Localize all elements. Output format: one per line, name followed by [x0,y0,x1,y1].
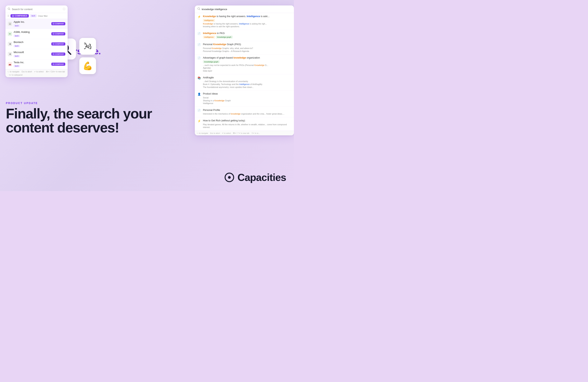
cloud-icon-card: 🌬 [79,38,96,55]
result-item-biontech[interactable]: 🖥 Biontech tech COMPANY [5,39,68,49]
result-item-apple[interactable]: 🖥 Apple Inc. tech COMPANY [5,19,68,29]
right-result-1-tags: intelligence [203,19,291,22]
right-search-row [195,5,294,13]
result-item-tesla[interactable]: 🚗 Tesla Inc. tech COMPANY [5,59,68,69]
result-item-asml[interactable]: ✏ ASML Holding tech COMPANY [5,29,68,39]
right-search-icon [197,7,200,11]
hint-navigate: ↑↓ to navigate [7,71,20,73]
tesla-result-content: Tesla Inc. tech [14,61,51,68]
finally-line2: content deserves! [6,121,152,135]
tesla-company-badge: COMPANY [51,63,65,66]
svg-line-1 [10,9,10,10]
right-result-7-content: Personal Profile Interested in the mecha… [203,109,291,115]
info-icon: ⓘ [63,7,65,11]
right-result-8-title: How to Get Rich (without getting lucky): [203,119,291,123]
right-result-rich[interactable]: ⚡ How to Get Rich (without getting lucky… [195,117,294,131]
right-result-antifragile[interactable]: 📚 Antifragile ...rbell Strategy is the d… [195,74,294,91]
badge-icon [53,23,54,24]
hint-newtab: ⌘↵ / Ctrl↵ in new tab [45,71,65,73]
main-container: ⓘ ☰ COMPANIES tech Clear filter 🖥 Apple … [0,0,294,191]
right-result-5-title: Antifragile [203,76,291,80]
tag-knowledge-graph-1: knowledge graph [216,36,233,39]
right-result-pkg[interactable]: 📄 Personal Knowledge Graph (PKG) Persona… [195,41,294,54]
right-result-2-tags: intelligence knowledge graph [203,36,291,39]
tech-tag[interactable]: tech [30,14,37,18]
hint-sidepanel-r: ⇧↵ in si... [250,132,260,134]
companies-tag-icon [12,15,14,17]
right-search-input[interactable] [202,8,291,11]
right-result-1-subtitle: Knowledge is having the right answers. I… [203,22,291,28]
right-result-4-tags: knowledge graph [203,60,291,63]
asml-company-badge: COMPANY [51,32,65,35]
right-result-personal-profile[interactable]: 📄 Personal Profile Interested in the mec… [195,107,294,117]
svg-line-7 [199,9,200,10]
right-result-3-title: Personal Knowledge Graph (PKG) [203,43,291,46]
book-icon: 📚 [197,76,201,80]
hint-abort-r: Esc to abort [209,132,220,134]
muscle-icon-card: 💪 [79,57,96,74]
lightning-icon-1: ⚡ [197,15,201,18]
biontech-company-badge: COMPANY [51,42,65,45]
right-result-3-subtitle: Personal Knowledge Graphs: why, what, an… [203,47,291,52]
doc-icon-1: 📄 [197,32,201,35]
search-input[interactable] [12,8,61,11]
right-result-knowledge[interactable]: ⚡ Knowledge is having the right answers.… [195,13,294,30]
lightning-icon-2: ⚡ [197,119,201,123]
companies-tag[interactable]: COMPANIES [10,14,29,18]
apple-result-content: Apple Inc. tech [14,21,51,27]
right-result-7-title: Personal Profile [203,109,291,112]
keyboard-hints-right: ↑↓ to navigate Esc to abort ↵ to select … [195,131,294,135]
doc-icon-4: 📄 [197,109,201,112]
clear-filter-button[interactable]: Clear filter [38,15,48,17]
biontech-result-content: Biontech tech [14,41,51,47]
capacities-brand: Capacities [224,172,286,183]
search-input-row: ⓘ [5,5,68,13]
biontech-tag: tech [14,45,20,47]
keyboard-hints-left: ↑↓ to navigate Esc to abort ↵ to select … [5,69,68,77]
biontech-name: Biontech [14,41,51,44]
tesla-name: Tesla Inc. [14,61,51,64]
hint-sidepanel: ⇧↵ in sidepanel [7,74,22,76]
right-result-product-ideas[interactable]: 👤 Product ideas Social Sharing in a Know… [195,90,294,107]
right-result-8-subtitle: Play iterated games. All the returns in … [203,123,291,129]
hint-navigate-r: ↑↓ to navigate [197,132,208,134]
person-icon: 👤 [197,92,201,96]
hint-abort: Esc to abort [21,71,32,73]
tesla-tag: tech [14,65,20,67]
svg-point-9 [228,176,231,179]
right-result-8-content: How to Get Rich (without getting lucky):… [203,119,291,129]
asml-tag: tech [14,35,20,37]
capacities-name: Capacities [237,172,286,183]
right-result-4-title: Advantages of graph-based knowledge orga… [203,56,291,60]
left-search-panel: ⓘ ☰ COMPANIES tech Clear filter 🖥 Apple … [5,5,68,77]
results-list: 🖥 Apple Inc. tech COMPANY ✏ ASML Holding… [5,19,68,69]
right-result-5-content: Antifragile ...rbell Strategy is the dom… [203,76,291,89]
svg-text:🖥: 🖥 [9,23,11,25]
right-result-2-title: Intelligence in PKG [203,32,291,35]
right-result-4-content: Advantages of graph-based knowledge orga… [203,56,291,72]
tesla-icon: 🚗 [8,62,12,66]
badge-icon [53,43,54,45]
right-search-panel: ⚡ Knowledge is having the right answers.… [195,5,294,135]
asml-icon: ✏ [8,32,12,36]
right-result-advantages[interactable]: 📄 Advantages of graph-based knowledge or… [195,54,294,74]
right-result-2-content: Intelligence in PKG intelligence knowled… [203,32,291,39]
search-icon [8,8,10,11]
microsoft-tag: tech [14,55,20,57]
right-result-1-content: Knowledge is having the right answers. I… [203,15,291,28]
hint-select-r: ↵ to select [221,132,231,134]
right-result-intelligence-pkg[interactable]: 📄 Intelligence in PKG intelligence knowl… [195,30,294,41]
asml-result-content: ASML Holding tech [14,31,51,37]
result-item-microsoft[interactable]: 🖥 Microsoft tech COMPANY [5,49,68,59]
biontech-icon: 🖥 [8,42,12,46]
tag-intelligence-1: intelligence [203,19,215,22]
microsoft-company-badge: COMPANY [51,52,65,56]
product-update-section: PRODUCT UPDATE Finally, the search your … [6,96,152,135]
product-update-label: PRODUCT UPDATE [6,102,152,105]
svg-line-5 [67,51,71,54]
badge-icon [53,63,54,65]
capacities-logo-svg [224,172,234,182]
doc-icon-2: 📄 [197,43,201,46]
asml-name: ASML Holding [14,31,51,34]
badge-icon [53,53,54,55]
